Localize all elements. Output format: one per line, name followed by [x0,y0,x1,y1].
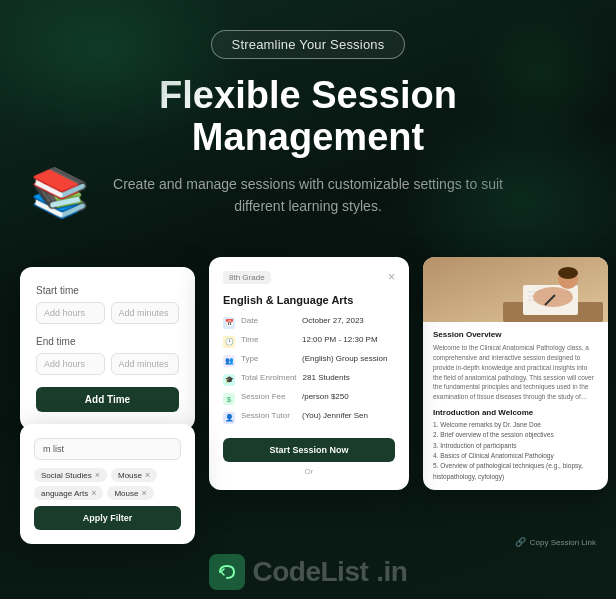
intro-list-item: Basics of Clinical Anatomical Pathology [433,451,598,461]
link-icon: 🔗 [515,537,526,547]
enrollment-value: 281 Students [303,373,350,382]
badge-pill: Streamline Your Sessions [211,30,406,59]
tag-remove-icon[interactable]: × [91,488,96,498]
badge-label: Streamline Your Sessions [232,37,385,52]
tutor-value: (You) Jennifer Sen [302,411,368,420]
codelist-domain-text: .in [376,556,407,588]
end-minutes-input[interactable]: Add minutes [111,353,180,375]
card-right-content: Session Overview Welcome to the Clinical… [423,322,608,490]
hero-title: Flexible Session Management [48,75,568,159]
codelist-text: CodeList [253,556,369,588]
intro-list-item: Welcome remarks by Dr. Jane Doe [433,420,598,430]
start-time-row: Add hours Add minutes [36,302,179,324]
filter-tag: Mouse× [107,486,153,500]
hero-section: Streamline Your Sessions Flexible Sessio… [0,0,616,599]
filter-select[interactable]: m list [34,438,181,460]
fee-label: Session Fee [241,392,296,401]
enrollment-icon: 🎓 [223,374,235,386]
tag-label: Mouse [114,489,138,498]
tutor-icon: 👤 [223,412,235,424]
codelist-logo-group: CodeList .in [209,554,408,590]
type-label: Type [241,354,296,363]
fee-row: $ Session Fee /person $250 [223,392,395,405]
tutor-label: Session Tutor [241,411,296,420]
card-header: 8th Grade × [223,271,395,284]
apply-filter-button[interactable]: Apply Filter [34,506,181,530]
intro-list: Welcome remarks by Dr. Jane DoeBrief ove… [433,420,598,482]
date-value: October 27, 2023 [302,316,364,325]
session-subject-title: English & Language Arts [223,294,395,306]
codelist-branding-bar: CodeList .in [0,544,616,599]
fee-icon: $ [223,393,235,405]
type-row: 👥 Type (English) Group session [223,354,395,367]
intro-list-item: Overview of pathological techniques (e.g… [433,461,598,482]
filter-tags: Social Studies×Mouse×anguage Arts×Mouse× [34,468,181,500]
filter-card: m list Social Studies×Mouse×anguage Arts… [20,424,195,544]
start-hours-input[interactable]: Add hours [36,302,105,324]
svg-point-9 [558,267,578,279]
start-session-button[interactable]: Start Session Now [223,438,395,462]
copy-session-link-row[interactable]: 🔗 Copy Session Link [515,537,596,547]
start-time-label: Start time [36,285,179,296]
copy-link-label: Copy Session Link [530,538,596,547]
close-icon[interactable]: × [388,271,395,283]
tag-label: anguage Arts [41,489,88,498]
intro-list-item: Brief overview of the session objectives [433,430,598,440]
tutor-row: 👤 Session Tutor (You) Jennifer Sen [223,411,395,424]
type-icon: 👥 [223,355,235,367]
tag-remove-icon[interactable]: × [141,488,146,498]
type-value: (English) Group session [302,354,387,363]
date-row: 📅 Date October 27, 2023 [223,316,395,329]
end-time-row: Add hours Add minutes [36,353,179,375]
time-label: Time [241,335,296,344]
date-icon: 📅 [223,317,235,329]
time-picker-card: Start time Add hours Add minutes End tim… [20,267,195,430]
fee-value: /person $250 [302,392,349,401]
end-hours-input[interactable]: Add hours [36,353,105,375]
tag-label: Mouse [118,471,142,480]
overview-section-title: Session Overview [433,330,598,339]
grade-badge: 8th Grade [223,271,271,284]
date-label: Date [241,316,296,325]
tag-remove-icon[interactable]: × [145,470,150,480]
tag-remove-icon[interactable]: × [95,470,100,480]
intro-list-item: Introduction of participants [433,441,598,451]
or-divider-text: Or [223,467,395,476]
codelist-logo-icon [209,554,245,590]
overview-section-text: Welcome to the Clinical Anatomical Patho… [433,343,598,402]
tag-label: Social Studies [41,471,92,480]
books-emoji-illustration: 📚 [30,165,90,221]
enrollment-label: Total Enrolment [241,373,297,382]
filter-tag: Mouse× [111,468,157,482]
session-details-card: 8th Grade × English & Language Arts 📅 Da… [209,257,409,490]
time-row: 🕐 Time 12:00 PM - 12:30 PM [223,335,395,348]
codelist-logo-svg [217,562,237,582]
intro-section-title: Introduction and Welcome [433,408,598,417]
filter-tag: Social Studies× [34,468,107,482]
end-time-label: End time [36,336,179,347]
hero-subtitle: Create and manage sessions with customiz… [98,173,518,218]
add-time-button[interactable]: Add Time [36,387,179,412]
card-image-area [423,257,608,322]
time-value: 12:00 PM - 12:30 PM [302,335,378,344]
time-icon: 🕐 [223,336,235,348]
filter-tag: anguage Arts× [34,486,103,500]
start-minutes-input[interactable]: Add minutes [111,302,180,324]
session-overview-card: Session Overview Welcome to the Clinical… [423,257,608,490]
enrollment-row: 🎓 Total Enrolment 281 Students [223,373,395,386]
writing-illustration [423,257,608,322]
